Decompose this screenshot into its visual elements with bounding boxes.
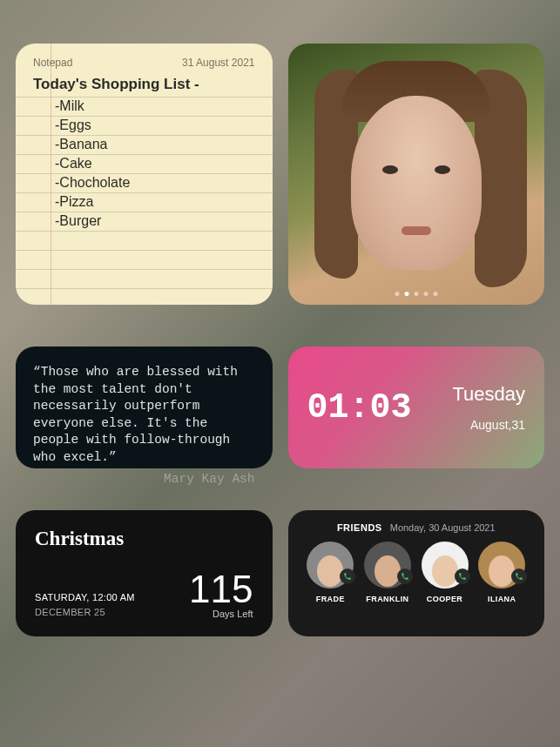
phone-icon[interactable]	[340, 569, 355, 584]
list-item: Milk	[55, 97, 255, 116]
pager-dot[interactable]	[414, 292, 418, 296]
pager-dot[interactable]	[433, 292, 437, 296]
friend-name: COOPER	[427, 595, 462, 603]
list-item: Chocholate	[55, 173, 255, 192]
friend-item[interactable]: ILIANA	[478, 542, 525, 603]
quote-author: Mary Kay Ash	[33, 471, 255, 488]
friends-date: Monday, 30 August 2021	[390, 522, 496, 533]
pager-dot[interactable]	[423, 292, 428, 296]
list-item: Banana	[55, 135, 255, 154]
list-item: Burger	[55, 212, 255, 231]
clock-time: 01:03	[307, 388, 412, 427]
photo-face	[351, 96, 482, 270]
countdown-days: 115	[189, 570, 253, 609]
clock-day: Tuesday	[428, 383, 525, 406]
friends-row: FRADEFRANKLINCOOPERILIANA	[302, 542, 531, 603]
phone-icon[interactable]	[397, 569, 413, 584]
friends-widget[interactable]: FRIENDS Monday, 30 August 2021 FRADEFRAN…	[288, 510, 545, 636]
countdown-datetime: SATURDAY, 12:00 AM	[35, 590, 135, 605]
countdown-widget[interactable]: Christmas SATURDAY, 12:00 AM DECEMBER 25…	[16, 510, 273, 636]
photo-widget[interactable]	[288, 44, 545, 305]
friend-item[interactable]: FRADE	[307, 542, 354, 603]
pager-dot[interactable]	[395, 292, 399, 296]
countdown-event: Christmas	[35, 528, 253, 550]
list-item: Pizza	[55, 192, 255, 212]
phone-icon[interactable]	[455, 569, 470, 584]
quote-text: “Those who are blessed with the most tal…	[33, 364, 255, 466]
pager-dot[interactable]	[404, 292, 408, 296]
friend-name: FRANKLIN	[366, 595, 408, 603]
friend-item[interactable]: FRANKLIN	[364, 542, 411, 603]
notepad-title: Today's Shopping List -	[33, 76, 255, 93]
friend-name: ILIANA	[488, 595, 516, 603]
countdown-date: DECEMBER 25	[35, 605, 135, 620]
friend-name: FRADE	[316, 595, 345, 603]
notepad-date: 31 August 2021	[182, 57, 254, 69]
friends-title: FRIENDS	[337, 522, 382, 533]
notepad-list: MilkEggsBananaCakeChocholatePizzaBurger	[33, 97, 255, 231]
clock-widget[interactable]: 01:03 Tuesday August,31	[288, 347, 545, 468]
list-item: Cake	[55, 154, 255, 173]
phone-icon[interactable]	[511, 569, 527, 584]
quote-widget[interactable]: “Those who are blessed with the most tal…	[16, 347, 273, 468]
list-item: Eggs	[55, 116, 255, 135]
friend-item[interactable]: COOPER	[422, 542, 469, 603]
notepad-label: Notepad	[33, 57, 72, 69]
clock-date: August,31	[428, 418, 525, 432]
photo-pager[interactable]	[395, 292, 437, 296]
notepad-widget[interactable]: Notepad 31 August 2021 Today's Shopping …	[16, 44, 273, 305]
